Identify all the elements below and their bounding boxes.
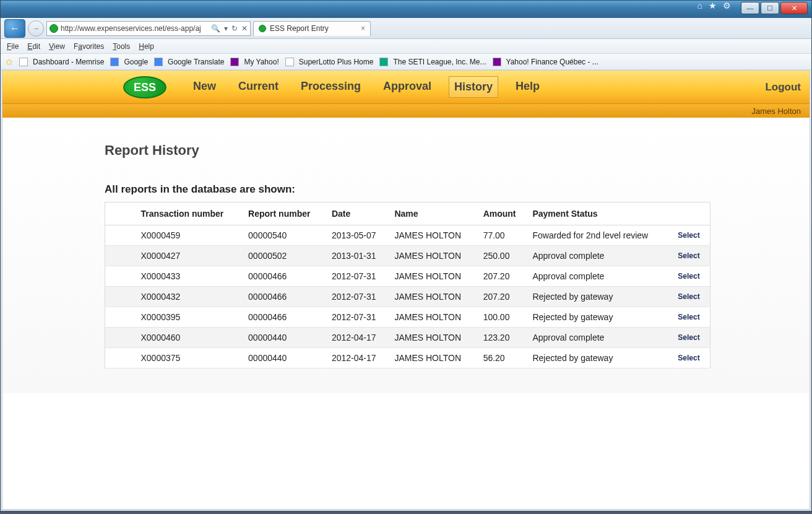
cell-status: Rejected by gateway [527,287,673,307]
table-row: X0000427000005022013-01-31JAMES HOLTON25… [105,246,710,266]
fav-label: The SETI League, Inc. Me... [393,58,486,66]
cell-report: 00000540 [243,225,327,246]
cell-date: 2012-07-31 [327,287,390,307]
nav-approval[interactable]: Approval [378,76,436,98]
th-report: Report number [243,203,327,225]
nav-help[interactable]: Help [511,76,545,98]
gear-icon[interactable]: ⚙ [723,1,731,18]
menubar: File Edit View Favorites Tools Help [1,39,811,54]
search-icon[interactable]: 🔍 [211,24,220,33]
fav-label: Dashboard - Memrise [33,58,104,66]
refresh-icon[interactable]: ↻ [231,24,238,33]
select-link[interactable]: Select [673,348,710,368]
tab-favicon-icon [259,25,266,32]
cell-status: Fowarded for 2nd level review [527,225,673,246]
user-strip: James Holton [2,104,810,118]
menu-help[interactable]: Help [139,42,154,51]
app-nav: New Current Processing Approval History … [188,76,545,98]
fav-label: SuperLotto Plus Home [299,58,374,66]
menu-favorites[interactable]: Favorites [74,42,104,51]
cell-transaction: X0000432 [136,287,244,307]
stop-icon[interactable]: ✕ [241,24,248,33]
menu-edit[interactable]: Edit [27,42,40,51]
cell-date: 2013-05-07 [327,225,390,246]
select-link[interactable]: Select [673,287,710,307]
cell-lead [105,348,136,368]
cell-name: JAMES HOLTON [389,307,478,328]
cell-date: 2012-04-17 [327,348,390,368]
dropdown-icon[interactable]: ▾ [224,24,228,33]
window-controls: — ☐ ✕ [737,1,811,18]
nav-current[interactable]: Current [233,76,283,98]
cell-amount: 207.20 [478,287,528,307]
link-icon [19,58,28,66]
select-link[interactable]: Select [673,307,710,328]
close-button[interactable]: ✕ [780,2,808,14]
select-link[interactable]: Select [673,246,710,266]
table-header-row: Transaction number Report number Date Na… [105,203,710,225]
fav-link-1[interactable]: Google [110,58,148,66]
nav-history[interactable]: History [449,76,498,98]
cell-transaction: X0000433 [136,266,244,287]
cell-name: JAMES HOLTON [389,328,478,348]
forward-button[interactable]: → [28,20,44,37]
cell-amount: 250.00 [478,246,528,266]
home-icon[interactable]: ⌂ [698,1,702,18]
th-select [673,203,710,225]
menu-view[interactable]: View [49,42,65,51]
back-button[interactable]: ← [4,19,25,38]
cell-lead [105,287,136,307]
th-amount: Amount [478,203,528,225]
user-name: James Holton [752,107,801,116]
menu-tools[interactable]: Tools [113,42,130,51]
select-link[interactable]: Select [673,328,710,348]
cell-amount: 207.20 [478,266,528,287]
select-link[interactable]: Select [673,266,710,287]
table-row: X0000375000004402012-04-17JAMES HOLTON56… [105,348,710,368]
menu-file[interactable]: File [7,42,19,51]
link-icon [379,58,388,66]
cell-amount: 100.00 [478,307,528,328]
cell-lead [105,225,136,246]
star-icon[interactable]: ★ [709,1,717,18]
cell-status: Rejected by gateway [527,307,673,328]
link-icon [493,58,501,66]
th-transaction: Transaction number [136,203,244,225]
fav-link-3[interactable]: My Yahoo! [230,58,279,66]
cell-lead [105,246,136,266]
cell-amount: 123.20 [478,328,528,348]
cell-name: JAMES HOLTON [389,287,478,307]
cell-date: 2012-07-31 [327,266,390,287]
minimize-button[interactable]: — [741,2,759,14]
table-row: X0000432000004662012-07-31JAMES HOLTON20… [105,287,710,307]
nav-new[interactable]: New [188,76,221,98]
select-link[interactable]: Select [673,225,710,246]
cell-transaction: X0000375 [136,348,244,368]
fav-label: Google Translate [168,58,224,66]
tab-close-icon[interactable]: × [361,24,365,33]
cell-transaction: X0000460 [136,328,244,348]
add-favorite-icon[interactable]: ✩ [6,57,13,67]
fav-link-0[interactable]: Dashboard - Memrise [19,58,104,66]
browser-tab[interactable]: ESS Report Entry × [253,21,371,36]
cell-status: Rejected by gateway [527,348,673,368]
address-bar[interactable]: http://www.expenseservices.net/ess-app/a… [46,21,251,36]
cell-date: 2012-07-31 [327,307,390,328]
fav-link-2[interactable]: Google Translate [154,58,224,66]
logout-link[interactable]: Logout [765,81,801,94]
cell-name: JAMES HOLTON [389,348,478,368]
titlebar-right-icons: ⌂ ★ ⚙ [698,1,737,18]
nav-toolbar: ← → http://www.expenseservices.net/ess-a… [1,18,811,39]
cell-report: 00000466 [243,287,327,307]
address-url: http://www.expenseservices.net/ess-app/a… [61,24,209,33]
cell-transaction: X0000459 [136,225,244,246]
fav-link-5[interactable]: The SETI League, Inc. Me... [379,58,486,66]
nav-processing[interactable]: Processing [296,76,366,98]
fav-link-4[interactable]: SuperLotto Plus Home [285,58,374,66]
table-row: X0000433000004662012-07-31JAMES HOLTON20… [105,266,710,287]
cell-status: Approval complete [527,328,673,348]
maximize-button[interactable]: ☐ [761,2,779,14]
th-blank [105,203,136,225]
fav-link-6[interactable]: Yahoo! Finance Québec - ... [493,58,598,66]
cell-lead [105,266,136,287]
